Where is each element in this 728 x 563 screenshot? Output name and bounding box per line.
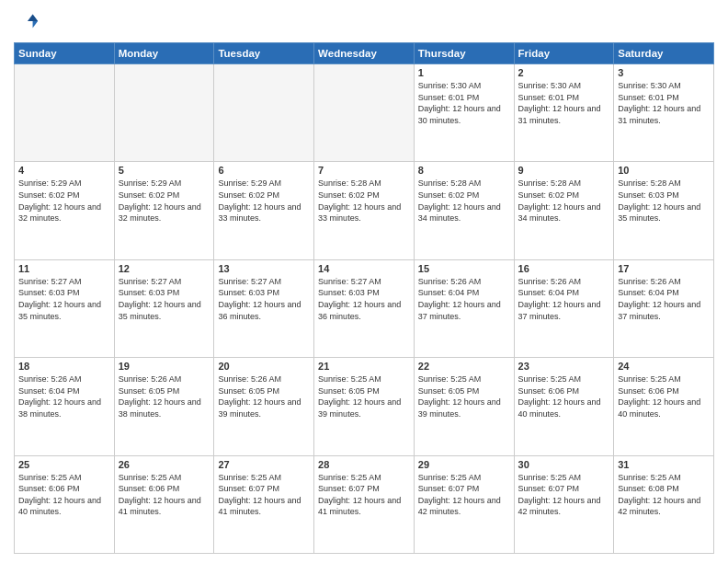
day-info: Sunrise: 5:28 AMSunset: 6:03 PMDaylight:… (618, 178, 710, 224)
day-number: 20 (218, 361, 310, 372)
week-row-3: 11Sunrise: 5:27 AMSunset: 6:03 PMDayligh… (15, 259, 714, 357)
day-number: 19 (119, 361, 210, 372)
day-number: 1 (418, 67, 510, 78)
day-cell: 10Sunrise: 5:28 AMSunset: 6:03 PMDayligh… (614, 162, 714, 259)
calendar-header: SundayMondayTuesdayWednesdayThursdayFrid… (15, 43, 714, 64)
day-cell: 8Sunrise: 5:28 AMSunset: 6:02 PMDaylight… (414, 162, 514, 259)
day-info: Sunrise: 5:25 AMSunset: 6:06 PMDaylight:… (518, 373, 610, 419)
day-header-friday: Friday (514, 43, 614, 64)
day-header-wednesday: Wednesday (314, 43, 415, 64)
day-header-sunday: Sunday (15, 43, 115, 64)
day-number: 17 (618, 263, 710, 274)
page: SundayMondayTuesdayWednesdayThursdayFrid… (0, 0, 728, 563)
day-info: Sunrise: 5:25 AMSunset: 6:08 PMDaylight:… (618, 472, 710, 518)
day-info: Sunrise: 5:25 AMSunset: 6:07 PMDaylight:… (318, 472, 410, 518)
day-number: 13 (218, 263, 310, 274)
day-cell: 24Sunrise: 5:25 AMSunset: 6:06 PMDayligh… (614, 358, 714, 455)
day-info: Sunrise: 5:28 AMSunset: 6:02 PMDaylight:… (418, 178, 510, 224)
day-cell: 7Sunrise: 5:28 AMSunset: 6:02 PMDaylight… (314, 162, 415, 259)
day-cell (314, 64, 415, 162)
week-row-1: 1Sunrise: 5:30 AMSunset: 6:01 PMDaylight… (15, 64, 714, 162)
day-number: 18 (18, 361, 110, 372)
week-row-5: 25Sunrise: 5:25 AMSunset: 6:06 PMDayligh… (15, 455, 714, 553)
day-info: Sunrise: 5:28 AMSunset: 6:02 PMDaylight:… (318, 178, 410, 224)
day-info: Sunrise: 5:25 AMSunset: 6:06 PMDaylight:… (618, 373, 710, 419)
day-number: 8 (418, 165, 510, 176)
day-number: 5 (119, 165, 210, 176)
day-cell: 15Sunrise: 5:26 AMSunset: 6:04 PMDayligh… (414, 259, 514, 357)
day-info: Sunrise: 5:25 AMSunset: 6:05 PMDaylight:… (318, 373, 410, 419)
day-info: Sunrise: 5:25 AMSunset: 6:06 PMDaylight:… (18, 472, 110, 518)
day-info: Sunrise: 5:26 AMSunset: 6:05 PMDaylight:… (218, 373, 310, 419)
day-cell: 13Sunrise: 5:27 AMSunset: 6:03 PMDayligh… (214, 259, 314, 357)
day-info: Sunrise: 5:30 AMSunset: 6:01 PMDaylight:… (518, 80, 610, 126)
day-info: Sunrise: 5:27 AMSunset: 6:03 PMDaylight:… (18, 276, 110, 322)
day-info: Sunrise: 5:25 AMSunset: 6:05 PMDaylight:… (418, 373, 510, 419)
day-cell: 2Sunrise: 5:30 AMSunset: 6:01 PMDaylight… (514, 64, 614, 162)
day-cell: 19Sunrise: 5:26 AMSunset: 6:05 PMDayligh… (114, 358, 214, 455)
day-cell: 9Sunrise: 5:28 AMSunset: 6:02 PMDaylight… (514, 162, 614, 259)
day-cell: 17Sunrise: 5:26 AMSunset: 6:04 PMDayligh… (614, 259, 714, 357)
day-number: 7 (318, 165, 410, 176)
day-number: 9 (518, 165, 610, 176)
day-number: 24 (618, 361, 710, 372)
day-cell: 31Sunrise: 5:25 AMSunset: 6:08 PMDayligh… (614, 455, 714, 553)
day-cell: 14Sunrise: 5:27 AMSunset: 6:03 PMDayligh… (314, 259, 415, 357)
day-info: Sunrise: 5:25 AMSunset: 6:07 PMDaylight:… (518, 472, 610, 518)
day-number: 11 (18, 263, 110, 274)
day-info: Sunrise: 5:28 AMSunset: 6:02 PMDaylight:… (518, 178, 610, 224)
day-number: 14 (318, 263, 410, 274)
day-number: 29 (418, 459, 510, 470)
logo-icon (14, 9, 40, 35)
day-number: 27 (218, 459, 310, 470)
day-cell: 20Sunrise: 5:26 AMSunset: 6:05 PMDayligh… (214, 358, 314, 455)
day-number: 28 (318, 459, 410, 470)
day-info: Sunrise: 5:25 AMSunset: 6:07 PMDaylight:… (218, 472, 310, 518)
day-cell: 5Sunrise: 5:29 AMSunset: 6:02 PMDaylight… (114, 162, 214, 259)
day-info: Sunrise: 5:26 AMSunset: 6:05 PMDaylight:… (119, 373, 210, 419)
day-header-thursday: Thursday (414, 43, 514, 64)
day-number: 25 (18, 459, 110, 470)
day-number: 30 (518, 459, 610, 470)
day-cell: 16Sunrise: 5:26 AMSunset: 6:04 PMDayligh… (514, 259, 614, 357)
day-cell: 11Sunrise: 5:27 AMSunset: 6:03 PMDayligh… (15, 259, 115, 357)
week-row-4: 18Sunrise: 5:26 AMSunset: 6:04 PMDayligh… (15, 358, 714, 455)
day-info: Sunrise: 5:26 AMSunset: 6:04 PMDaylight:… (518, 276, 610, 322)
day-number: 6 (218, 165, 310, 176)
day-cell: 23Sunrise: 5:25 AMSunset: 6:06 PMDayligh… (514, 358, 614, 455)
day-info: Sunrise: 5:26 AMSunset: 6:04 PMDaylight:… (18, 373, 110, 419)
day-number: 10 (618, 165, 710, 176)
day-cell: 22Sunrise: 5:25 AMSunset: 6:05 PMDayligh… (414, 358, 514, 455)
day-info: Sunrise: 5:29 AMSunset: 6:02 PMDaylight:… (119, 178, 210, 224)
day-header-saturday: Saturday (614, 43, 714, 64)
day-cell: 4Sunrise: 5:29 AMSunset: 6:02 PMDaylight… (15, 162, 115, 259)
day-cell: 6Sunrise: 5:29 AMSunset: 6:02 PMDaylight… (214, 162, 314, 259)
day-header-monday: Monday (114, 43, 214, 64)
calendar-table: SundayMondayTuesdayWednesdayThursdayFrid… (14, 42, 714, 554)
day-info: Sunrise: 5:27 AMSunset: 6:03 PMDaylight:… (218, 276, 310, 322)
day-info: Sunrise: 5:29 AMSunset: 6:02 PMDaylight:… (18, 178, 110, 224)
day-info: Sunrise: 5:27 AMSunset: 6:03 PMDaylight:… (318, 276, 410, 322)
day-number: 2 (518, 67, 610, 78)
day-number: 3 (618, 67, 710, 78)
day-cell (15, 64, 115, 162)
day-cell (114, 64, 214, 162)
header-row: SundayMondayTuesdayWednesdayThursdayFrid… (15, 43, 714, 64)
day-cell: 29Sunrise: 5:25 AMSunset: 6:07 PMDayligh… (414, 455, 514, 553)
logo (14, 9, 43, 35)
day-info: Sunrise: 5:29 AMSunset: 6:02 PMDaylight:… (218, 178, 310, 224)
day-cell: 26Sunrise: 5:25 AMSunset: 6:06 PMDayligh… (114, 455, 214, 553)
day-info: Sunrise: 5:27 AMSunset: 6:03 PMDaylight:… (119, 276, 210, 322)
day-number: 12 (119, 263, 210, 274)
day-number: 21 (318, 361, 410, 372)
day-cell: 12Sunrise: 5:27 AMSunset: 6:03 PMDayligh… (114, 259, 214, 357)
day-number: 31 (618, 459, 710, 470)
week-row-2: 4Sunrise: 5:29 AMSunset: 6:02 PMDaylight… (15, 162, 714, 259)
day-cell: 3Sunrise: 5:30 AMSunset: 6:01 PMDaylight… (614, 64, 714, 162)
day-header-tuesday: Tuesday (214, 43, 314, 64)
calendar-body: 1Sunrise: 5:30 AMSunset: 6:01 PMDaylight… (15, 64, 714, 554)
day-cell: 25Sunrise: 5:25 AMSunset: 6:06 PMDayligh… (15, 455, 115, 553)
day-number: 22 (418, 361, 510, 372)
day-number: 26 (119, 459, 210, 470)
day-info: Sunrise: 5:25 AMSunset: 6:06 PMDaylight:… (119, 472, 210, 518)
